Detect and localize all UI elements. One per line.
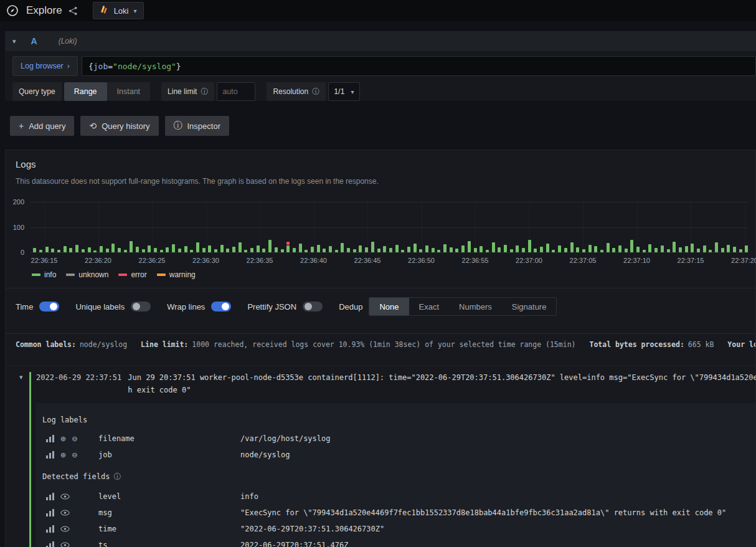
log-browser-label: Log browser: [21, 62, 64, 70]
query-history-button[interactable]: ⟲ Query history: [80, 116, 158, 136]
common-labels-label: Common labels:: [16, 340, 76, 349]
expression-brace-close: }: [176, 62, 181, 71]
eye-icon[interactable]: [60, 510, 70, 516]
legend-item-info[interactable]: info: [32, 270, 56, 279]
dedup-option-exact[interactable]: Exact: [409, 298, 450, 315]
histogram-bar: [575, 247, 581, 252]
field-value: node/syslog: [240, 450, 290, 459]
histogram-bar: [80, 249, 87, 252]
wrap-lines-toggle-label: Wrap lines: [167, 302, 205, 312]
legend-label: warning: [169, 270, 196, 279]
histogram-bar: [478, 246, 484, 252]
histogram-bar: [424, 245, 430, 252]
logs-panel: Logs This datasource does not support fu…: [5, 150, 756, 547]
legend-swatch: [118, 274, 127, 276]
histogram-bar: [339, 243, 346, 252]
x-axis-label: 22:37:00: [516, 257, 542, 264]
histogram-bar: [140, 249, 146, 252]
stats-icon[interactable]: [46, 435, 54, 442]
histogram-bar: [38, 250, 44, 252]
wrap-lines-toggle[interactable]: [211, 302, 231, 312]
eye-icon[interactable]: [60, 526, 70, 532]
line-limit-input[interactable]: [217, 82, 255, 101]
query-ref-id: A: [31, 36, 37, 46]
inspector-label: Inspector: [187, 121, 220, 131]
stats-icon[interactable]: [46, 525, 54, 533]
histogram-bar: [158, 250, 164, 252]
filter-out-value-icon[interactable]: ⊖: [72, 434, 77, 443]
histogram-bar: [611, 248, 617, 252]
histogram-bar: [400, 250, 406, 252]
resolution-label: Resolution ⓘ: [267, 82, 326, 101]
y-axis-label: 100: [13, 224, 24, 231]
histogram-bar: [490, 242, 496, 252]
histogram-bar: [376, 249, 382, 252]
unique-labels-toggle[interactable]: [131, 302, 151, 312]
filter-out-value-icon[interactable]: ⊖: [72, 450, 77, 459]
histogram-bar: [593, 246, 599, 252]
histogram-bar: [243, 250, 249, 252]
legend-item-error[interactable]: error: [118, 270, 146, 279]
inspector-button[interactable]: ⓘ Inspector: [165, 116, 229, 136]
histogram-bar: [599, 250, 605, 252]
page-title: Explore: [26, 4, 62, 17]
legend-item-warning[interactable]: warning: [157, 270, 196, 279]
field-value: info: [240, 492, 258, 501]
resolution-select[interactable]: 1/1 ▾: [328, 82, 359, 101]
histogram-bar: [714, 242, 720, 252]
prettify-json-toggle[interactable]: [303, 302, 323, 312]
row-expand-chevron-icon[interactable]: ▾: [19, 372, 29, 547]
histogram-bar: [550, 250, 557, 252]
eye-icon[interactable]: [60, 542, 70, 547]
histogram-bar: [569, 242, 575, 252]
query-type-group: Range Instant: [64, 82, 150, 101]
stats-icon[interactable]: [46, 493, 54, 500]
legend-item-unknown[interactable]: unknown: [66, 270, 108, 279]
dedup-group: NoneExactNumbersSignature: [369, 297, 557, 316]
time-toggle[interactable]: [39, 302, 59, 312]
query-expression-input[interactable]: {job="node/syslog"}: [82, 56, 756, 76]
field-name: level: [98, 492, 240, 501]
stats-icon[interactable]: [46, 541, 54, 547]
dedup-option-none[interactable]: None: [369, 298, 409, 315]
row-action-icons: ⊕⊖: [42, 434, 98, 443]
expression-label: job: [93, 62, 108, 71]
log-browser-button[interactable]: Log browser ›: [12, 56, 78, 76]
query-type-instant-button[interactable]: Instant: [107, 82, 151, 101]
plus-icon: +: [19, 121, 24, 131]
histogram-bar: [442, 244, 448, 252]
add-query-button[interactable]: + Add query: [10, 116, 74, 136]
share-icon[interactable]: [69, 6, 78, 16]
histogram-bar: [581, 249, 587, 252]
histogram-bar: [50, 249, 56, 252]
histogram-bar: [671, 242, 678, 252]
stats-icon[interactable]: [46, 509, 54, 516]
histogram-bar: [291, 248, 298, 252]
legend-label: unknown: [78, 270, 108, 279]
filter-for-value-icon[interactable]: ⊕: [60, 434, 65, 443]
detail-row-job: ⊕⊖jobnode/syslog: [42, 447, 755, 463]
collapse-chevron-icon[interactable]: ▾: [12, 37, 16, 45]
info-icon: ⓘ: [312, 87, 319, 97]
chevron-right-icon: ›: [67, 62, 70, 70]
x-axis-label: 22:37:10: [623, 257, 650, 264]
field-value: "ExecSync for \"799434d1a520e4469f7fec1b…: [240, 508, 726, 517]
filter-for-value-icon[interactable]: ⊕: [60, 450, 65, 459]
datasource-picker[interactable]: Loki ▾: [93, 2, 144, 19]
query-type-range-button[interactable]: Range: [64, 82, 107, 101]
dedup-option-numbers[interactable]: Numbers: [449, 298, 502, 315]
dedup-option-signature[interactable]: Signature: [502, 298, 557, 315]
bytes-processed-value: 665 kB: [688, 340, 714, 349]
log-labels-title: Log labels: [42, 416, 755, 424]
histogram-bar: [617, 245, 623, 252]
histogram-bar: [732, 247, 738, 252]
line-limit-label: Line limit ⓘ: [161, 82, 214, 101]
x-axis-label: 22:36:15: [31, 257, 58, 264]
expression-value: "node/syslog": [113, 62, 176, 71]
histogram-bar: [454, 249, 460, 252]
stats-icon[interactable]: [46, 451, 54, 459]
histogram-bar: [696, 249, 702, 252]
log-line[interactable]: 2022-06-29 22:37:51 Jun 29 20:37:51 work…: [36, 372, 755, 397]
histogram-bar: [225, 249, 231, 252]
eye-icon[interactable]: [60, 493, 70, 500]
